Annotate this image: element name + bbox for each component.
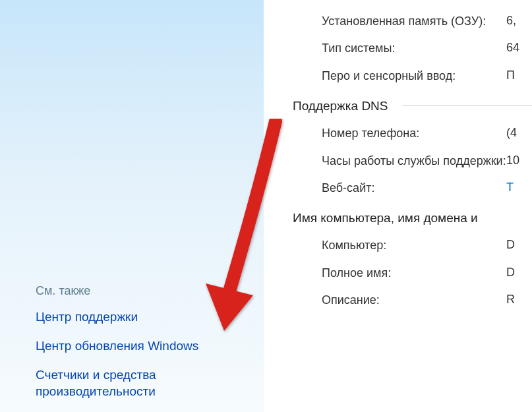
label-system-type: Тип системы: [322,41,506,56]
label-support-hours: Часы работы службы поддержки: [322,154,506,169]
label-description: Описание: [322,293,506,308]
row-pen-touch: Перо и сенсорный ввод: П [264,63,532,90]
label-ram: Установленная память (ОЗУ): [322,14,506,29]
value-description: R [506,293,515,307]
row-fullname: Полное имя: D [264,260,532,287]
main-panel: Установленная память (ОЗУ): 6, Тип систе… [264,0,532,412]
see-also-heading: См. также [36,284,251,298]
link-support-center[interactable]: Центр поддержки [36,309,251,326]
link-windows-update[interactable]: Центр обновления Windows [36,338,251,355]
label-pen-touch: Перо и сенсорный ввод: [322,69,506,84]
value-support-hours: 10 [506,154,519,167]
section-dns-support: Поддержка DNS [264,90,532,120]
row-support-hours: Часы работы службы поддержки: 10 [264,148,532,175]
sidebar-panel: См. также Центр поддержки Центр обновлен… [0,0,264,412]
value-computer: D [506,238,515,252]
row-ram: Установленная память (ОЗУ): 6, [264,8,532,35]
row-description: Описание: R [264,287,532,314]
section-domain-title: Имя компьютера, имя домена и [293,211,478,225]
label-fullname: Полное имя: [322,266,506,281]
row-computer: Компьютер: D [264,232,532,259]
label-website: Веб-сайт: [322,181,506,196]
label-computer: Компьютер: [322,238,506,253]
label-phone: Номер телефона: [322,126,506,141]
value-website[interactable]: Т [506,181,514,194]
value-system-type: 64 [506,41,519,55]
section-dns-title: Поддержка DNS [293,99,388,113]
section-computer-domain: Имя компьютера, имя домена и [264,202,532,232]
value-fullname: D [506,266,515,280]
link-performance-tools[interactable]: Счетчики и средства производительности [36,367,251,400]
value-phone: (4 [506,126,517,140]
row-system-type: Тип системы: 64 [264,35,532,62]
row-phone: Номер телефона: (4 [264,120,532,147]
value-pen-touch: П [506,69,515,82]
row-website: Веб-сайт: Т [264,175,532,202]
value-ram: 6, [506,14,516,28]
